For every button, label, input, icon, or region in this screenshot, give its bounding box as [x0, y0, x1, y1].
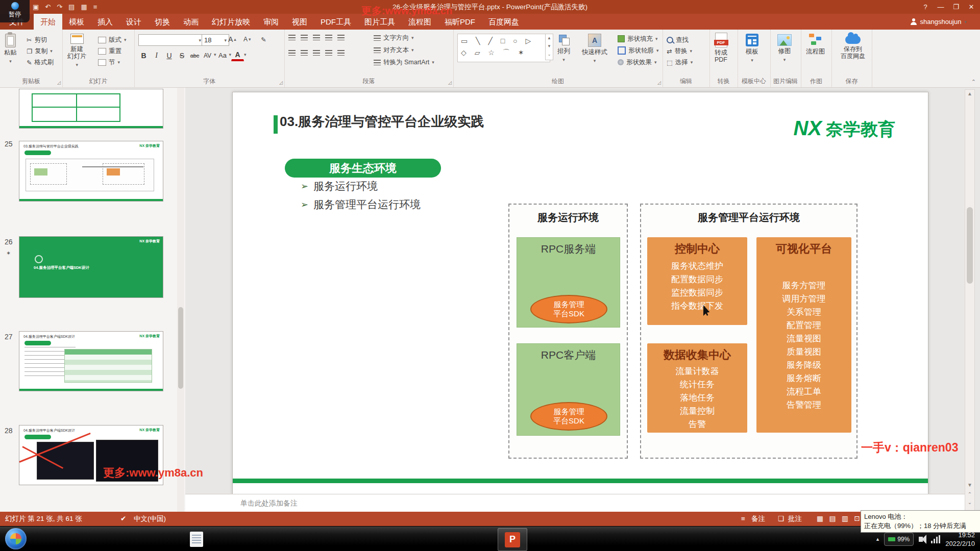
thumbnail-scrollbar[interactable] [177, 88, 184, 512]
shapes-gallery-scroll[interactable]: ▲▼⌄ [545, 34, 553, 60]
line-spacing-button[interactable] [337, 35, 345, 40]
comments-toggle-icon[interactable]: ❑ [778, 512, 784, 526]
bullets-button[interactable] [288, 35, 296, 40]
font-color-button[interactable]: A [231, 49, 244, 61]
align-center-button[interactable] [301, 50, 308, 56]
font-size-combo[interactable]: 18 ▾ [202, 34, 229, 46]
next-slide-button[interactable]: ⌄ [965, 499, 974, 506]
replace-button[interactable]: ⇄ 替换 ▾ [667, 46, 692, 56]
align-right-button[interactable] [313, 50, 320, 56]
taskbar-document-button[interactable] [190, 530, 203, 549]
tab-home[interactable]: 开始 [34, 14, 62, 30]
runtime-environment-box[interactable]: 服务运行环境 RPC服务端 服务管理 平台SDK RPC客户端 服务管理 平台S… [508, 204, 628, 459]
bold-button[interactable]: B [137, 49, 150, 62]
align-left-button[interactable] [288, 50, 296, 56]
shape-outline-button[interactable]: 形状轮廓 ▾ [618, 45, 659, 56]
collapse-ribbon-button[interactable]: ⌃ [971, 79, 976, 85]
clock[interactable]: 19:52 2022/2/10 [945, 531, 977, 548]
sdk-ellipse[interactable]: 服务管理 平台SDK [530, 295, 607, 323]
underline-button[interactable]: U [163, 49, 176, 62]
control-center-box[interactable]: 控制中心 服务状态维护 配置数据同步 监控数据同步 指令数据下发 [647, 237, 747, 325]
bullet-item[interactable]: ➢ 服务管理平台运行环境 [301, 197, 421, 212]
comments-toggle-label[interactable]: 批注 [788, 512, 802, 526]
select-button[interactable]: ⬚ 选择 ▾ [667, 57, 693, 67]
tab-insert[interactable]: 插入 [91, 14, 119, 30]
thumbnail-scrollbar-thumb[interactable] [178, 307, 183, 389]
font-dialog-launcher[interactable]: ◿ [279, 80, 283, 85]
tab-pdf-tools[interactable]: PDF工具 [314, 14, 358, 30]
screen-recorder-pause-overlay[interactable]: 暂停 [0, 0, 30, 22]
flowchart-button[interactable]: 流程图 [806, 34, 825, 55]
sdk-ellipse[interactable]: 服务管理 平台SDK [530, 402, 607, 431]
slide-title[interactable]: 03.服务治理与管控平台企业级实践 [280, 113, 484, 131]
character-spacing-button[interactable]: AV [201, 49, 214, 62]
language-indicator[interactable]: 中文(中国) [134, 512, 166, 526]
slide-counter[interactable]: 幻灯片 第 21 张, 共 61 张 [5, 512, 82, 526]
scroll-up-icon[interactable]: ▲ [965, 90, 974, 98]
grow-font-button[interactable]: A ▴ [228, 34, 236, 44]
notes-toggle-icon[interactable]: ≡ [741, 512, 745, 526]
network-icon[interactable] [931, 535, 940, 543]
text-direction-button[interactable]: 文字方向 ▾ [374, 33, 414, 43]
template-button[interactable]: 模板 ▾ [746, 34, 758, 64]
data-collect-center-box[interactable]: 数据收集中心 流量计数器 统计任务 落地任务 流量控制 告警 [647, 343, 747, 433]
shrink-font-button[interactable]: A ▾ [243, 34, 251, 44]
find-button[interactable]: 查找 [667, 35, 689, 45]
cut-button[interactable]: ✂ 剪切 [27, 35, 47, 45]
align-text-button[interactable]: 对齐文本 ▾ [374, 45, 414, 55]
tab-template[interactable]: 模板 [62, 14, 91, 30]
tray-expand-icon[interactable]: ▴ [876, 536, 879, 542]
tab-baidu-cloud[interactable]: 百度网盘 [482, 14, 526, 30]
spellcheck-icon[interactable]: ✔ [120, 512, 126, 526]
rpc-server-box[interactable]: RPC服务端 服务管理 平台SDK [517, 237, 620, 328]
format-painter-button[interactable]: ✎ 格式刷 [27, 57, 54, 67]
save-to-baidu-button[interactable]: 保存到 百度网盘 [841, 33, 865, 60]
section-pill[interactable]: 服务生态环境 [285, 159, 441, 178]
help-button[interactable]: ? [919, 0, 932, 14]
italic-button[interactable]: I [150, 49, 163, 62]
thumbnail-slide-24[interactable] [19, 89, 163, 129]
notes-pane[interactable]: 单击此处添加备注 [185, 494, 965, 512]
minimize-button[interactable]: — [934, 0, 947, 14]
section-button[interactable]: 节 ▾ [98, 57, 120, 67]
shape-fill-button[interactable]: 形状填充 ▾ [618, 34, 658, 44]
tab-animations[interactable]: 动画 [177, 14, 205, 30]
increase-indent-button[interactable] [325, 35, 332, 40]
tab-transitions[interactable]: 切换 [148, 14, 177, 30]
slide-canvas[interactable]: 03.服务治理与管控平台企业级实践 NX 奈学教育 服务生态环境 ➢ 服务运行环… [232, 92, 928, 495]
paste-button[interactable]: 粘贴 ▾ [4, 34, 17, 65]
font-family-combo[interactable]: ▾ [138, 34, 204, 46]
scrollbar-thumb[interactable] [967, 207, 973, 284]
paragraph-dialog-launcher[interactable]: ◿ [448, 80, 452, 85]
layout-button[interactable]: 版式 ▾ [98, 35, 127, 45]
change-case-button[interactable]: Aa [216, 49, 229, 62]
visual-platform-box[interactable]: 可视化平台 服务方管理 调用方管理 关系管理 配置管理 流量视图 质量视图 服务… [756, 237, 851, 433]
account-area[interactable]: shangshoujun ▾ [910, 14, 967, 30]
subscript-button[interactable]: abc [188, 49, 201, 62]
previous-slide-button[interactable]: ⌃ [965, 491, 974, 498]
editor-vertical-scrollbar[interactable]: ▲ ▼ ⌃ ⌄ [965, 89, 975, 511]
reset-button[interactable]: 重置 [98, 46, 121, 56]
management-environment-box[interactable]: 服务管理平台运行环境 控制中心 服务状态维护 配置数据同步 监控数据同步 指令数… [640, 204, 857, 459]
tab-view[interactable]: 视图 [285, 14, 314, 30]
strikethrough-button[interactable]: S [176, 49, 188, 62]
clear-format-button[interactable]: ✎ [261, 34, 266, 44]
copy-button[interactable]: ❐ 复制 ▾ [27, 46, 53, 56]
bullet-item[interactable]: ➢ 服务运行环境 [301, 179, 378, 193]
photo-edit-button[interactable]: 修图 ▾ [777, 34, 792, 63]
smartart-button[interactable]: 转换为 SmartArt ▾ [374, 57, 434, 67]
justify-button[interactable] [325, 50, 332, 56]
thumbnail-slide-26[interactable]: NX 奈学教育 04.服务治理平台客户端SDK设计 [19, 236, 163, 298]
shapes-gallery[interactable]: ▭ ╲ ╱ □ ○ ▷ ◇ ▱ ☆ ⌒ ✶ [457, 34, 550, 62]
view-mode-icons[interactable]: ▦ ▤ ▥ ⊡ [817, 512, 862, 526]
tab-slideshow[interactable]: 幻灯片放映 [205, 14, 257, 30]
scroll-down-icon[interactable]: ▼ [965, 482, 974, 489]
shape-effects-button[interactable]: 形状效果 ▾ [618, 57, 657, 67]
convert-pdf-button[interactable]: PDF 转成 PDF [715, 33, 727, 63]
columns-button[interactable] [337, 50, 345, 56]
thumbnail-slide-25[interactable]: 03.服务治理与管控平台企业级实践 NX 奈学教育 [19, 141, 163, 202]
numbering-button[interactable] [301, 35, 308, 40]
rpc-client-box[interactable]: RPC客户端 服务管理 平台SDK [517, 343, 620, 436]
speaker-icon[interactable] [919, 537, 923, 542]
tab-design[interactable]: 设计 [119, 14, 148, 30]
